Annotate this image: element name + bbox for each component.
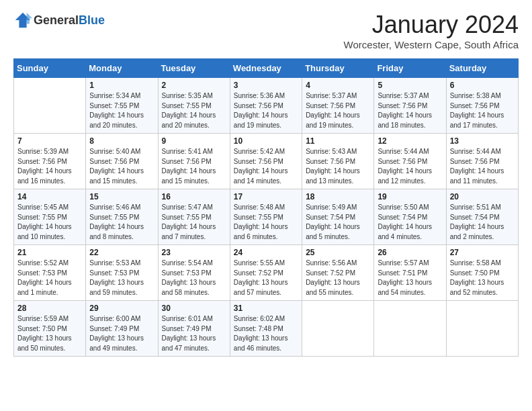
day-number: 10 — [234, 136, 298, 146]
weekday-header-sunday: Sunday — [14, 59, 86, 78]
day-number: 22 — [89, 248, 154, 257]
day-info: Sunrise: 5:34 AMSunset: 7:55 PMDaylight:… — [89, 92, 144, 129]
calendar-cell: 19 Sunrise: 5:50 AMSunset: 7:54 PMDaylig… — [374, 189, 446, 245]
calendar-cell: 18 Sunrise: 5:49 AMSunset: 7:54 PMDaylig… — [302, 189, 374, 245]
day-info: Sunrise: 5:53 AMSunset: 7:53 PMDaylight:… — [89, 259, 144, 296]
calendar-cell: 17 Sunrise: 5:48 AMSunset: 7:55 PMDaylig… — [230, 189, 302, 245]
calendar-cell: 16 Sunrise: 5:47 AMSunset: 7:55 PMDaylig… — [158, 189, 230, 245]
day-info: Sunrise: 5:36 AMSunset: 7:56 PMDaylight:… — [234, 92, 288, 129]
day-info: Sunrise: 5:44 AMSunset: 7:56 PMDaylight:… — [450, 148, 504, 185]
weekday-header-tuesday: Tuesday — [158, 59, 230, 78]
day-number: 20 — [450, 192, 515, 201]
day-info: Sunrise: 5:40 AMSunset: 7:56 PMDaylight:… — [89, 148, 144, 185]
day-info: Sunrise: 5:42 AMSunset: 7:56 PMDaylight:… — [234, 148, 288, 185]
calendar-cell: 13 Sunrise: 5:44 AMSunset: 7:56 PMDaylig… — [446, 134, 518, 189]
day-info: Sunrise: 5:58 AMSunset: 7:50 PMDaylight:… — [450, 259, 504, 296]
day-number: 18 — [306, 192, 370, 201]
calendar-cell: 20 Sunrise: 5:51 AMSunset: 7:54 PMDaylig… — [446, 189, 518, 245]
day-number: 27 — [450, 248, 515, 257]
calendar-header: SundayMondayTuesdayWednesdayThursdayFrid… — [14, 59, 519, 78]
day-number: 29 — [89, 304, 154, 313]
day-number: 9 — [162, 136, 226, 146]
calendar-cell: 24 Sunrise: 5:55 AMSunset: 7:52 PMDaylig… — [230, 245, 302, 301]
day-number: 13 — [450, 136, 515, 146]
calendar-body: 1 Sunrise: 5:34 AMSunset: 7:55 PMDayligh… — [14, 78, 519, 357]
calendar-cell — [302, 301, 374, 357]
calendar-cell: 10 Sunrise: 5:42 AMSunset: 7:56 PMDaylig… — [230, 134, 302, 189]
calendar-cell: 3 Sunrise: 5:36 AMSunset: 7:56 PMDayligh… — [230, 78, 302, 134]
weekday-header-row: SundayMondayTuesdayWednesdayThursdayFrid… — [14, 59, 519, 78]
day-info: Sunrise: 5:37 AMSunset: 7:56 PMDaylight:… — [306, 92, 360, 129]
day-info: Sunrise: 5:46 AMSunset: 7:55 PMDaylight:… — [89, 203, 144, 240]
logo-icon — [13, 11, 32, 30]
day-number: 14 — [17, 192, 82, 201]
weekday-header-thursday: Thursday — [302, 59, 374, 78]
calendar-cell: 28 Sunrise: 5:59 AMSunset: 7:50 PMDaylig… — [14, 301, 86, 357]
day-number: 21 — [17, 248, 82, 257]
logo-text-general: General — [34, 13, 79, 27]
calendar-cell: 2 Sunrise: 5:35 AMSunset: 7:55 PMDayligh… — [158, 78, 230, 134]
day-number: 31 — [234, 304, 298, 313]
day-info: Sunrise: 5:55 AMSunset: 7:52 PMDaylight:… — [234, 259, 288, 296]
day-number: 6 — [450, 81, 515, 90]
calendar-cell — [446, 301, 518, 357]
day-number: 30 — [162, 304, 226, 313]
day-number: 5 — [378, 81, 442, 90]
day-info: Sunrise: 5:45 AMSunset: 7:55 PMDaylight:… — [17, 203, 72, 240]
calendar-cell — [374, 301, 446, 357]
day-info: Sunrise: 5:37 AMSunset: 7:56 PMDaylight:… — [378, 92, 432, 129]
svg-marker-1 — [27, 13, 32, 24]
calendar-cell: 4 Sunrise: 5:37 AMSunset: 7:56 PMDayligh… — [302, 78, 374, 134]
calendar-cell: 27 Sunrise: 5:58 AMSunset: 7:50 PMDaylig… — [446, 245, 518, 301]
calendar-cell: 11 Sunrise: 5:43 AMSunset: 7:56 PMDaylig… — [302, 134, 374, 189]
day-number: 28 — [17, 304, 82, 313]
calendar-cell: 7 Sunrise: 5:39 AMSunset: 7:56 PMDayligh… — [14, 134, 86, 189]
day-info: Sunrise: 6:01 AMSunset: 7:49 PMDaylight:… — [162, 315, 216, 352]
calendar-cell: 8 Sunrise: 5:40 AMSunset: 7:56 PMDayligh… — [86, 134, 158, 189]
calendar-cell: 31 Sunrise: 6:02 AMSunset: 7:48 PMDaylig… — [230, 301, 302, 357]
calendar-cell: 6 Sunrise: 5:38 AMSunset: 7:56 PMDayligh… — [446, 78, 518, 134]
day-info: Sunrise: 5:35 AMSunset: 7:55 PMDaylight:… — [162, 92, 216, 129]
calendar-cell: 14 Sunrise: 5:45 AMSunset: 7:55 PMDaylig… — [14, 189, 86, 245]
day-info: Sunrise: 5:50 AMSunset: 7:54 PMDaylight:… — [378, 203, 432, 240]
weekday-header-monday: Monday — [86, 59, 158, 78]
location-title: Worcester, Western Cape, South Africa — [344, 39, 519, 50]
calendar-cell: 5 Sunrise: 5:37 AMSunset: 7:56 PMDayligh… — [374, 78, 446, 134]
day-number: 15 — [89, 192, 154, 201]
day-info: Sunrise: 5:47 AMSunset: 7:55 PMDaylight:… — [162, 203, 216, 240]
day-number: 23 — [162, 248, 226, 257]
day-number: 17 — [234, 192, 298, 201]
day-number: 25 — [306, 248, 370, 257]
weekday-header-friday: Friday — [374, 59, 446, 78]
weekday-header-saturday: Saturday — [446, 59, 518, 78]
logo-text-blue: Blue — [79, 13, 105, 27]
calendar-cell: 12 Sunrise: 5:44 AMSunset: 7:56 PMDaylig… — [374, 134, 446, 189]
day-info: Sunrise: 6:02 AMSunset: 7:48 PMDaylight:… — [234, 315, 288, 352]
day-info: Sunrise: 5:52 AMSunset: 7:53 PMDaylight:… — [17, 259, 72, 296]
day-info: Sunrise: 5:48 AMSunset: 7:55 PMDaylight:… — [234, 203, 288, 240]
logo: GeneralBlue — [13, 11, 105, 30]
calendar-cell: 26 Sunrise: 5:57 AMSunset: 7:51 PMDaylig… — [374, 245, 446, 301]
day-number: 11 — [306, 136, 370, 146]
day-info: Sunrise: 5:38 AMSunset: 7:56 PMDaylight:… — [450, 92, 504, 129]
day-number: 26 — [378, 248, 442, 257]
calendar-cell — [14, 78, 86, 134]
calendar-week-row: 7 Sunrise: 5:39 AMSunset: 7:56 PMDayligh… — [14, 134, 519, 189]
calendar-week-row: 1 Sunrise: 5:34 AMSunset: 7:55 PMDayligh… — [14, 78, 519, 134]
day-info: Sunrise: 5:59 AMSunset: 7:50 PMDaylight:… — [17, 315, 72, 352]
day-number: 19 — [378, 192, 442, 201]
page-header: GeneralBlue January 2024 Worcester, West… — [13, 11, 519, 50]
day-info: Sunrise: 5:56 AMSunset: 7:52 PMDaylight:… — [306, 259, 360, 296]
calendar-week-row: 28 Sunrise: 5:59 AMSunset: 7:50 PMDaylig… — [14, 301, 519, 357]
day-info: Sunrise: 5:44 AMSunset: 7:56 PMDaylight:… — [378, 148, 432, 185]
day-number: 7 — [17, 136, 82, 146]
day-info: Sunrise: 5:54 AMSunset: 7:53 PMDaylight:… — [162, 259, 216, 296]
day-info: Sunrise: 5:57 AMSunset: 7:51 PMDaylight:… — [378, 259, 432, 296]
title-block: January 2024 Worcester, Western Cape, So… — [344, 11, 519, 50]
calendar-cell: 29 Sunrise: 6:00 AMSunset: 7:49 PMDaylig… — [86, 301, 158, 357]
calendar-cell: 30 Sunrise: 6:01 AMSunset: 7:49 PMDaylig… — [158, 301, 230, 357]
calendar-cell: 9 Sunrise: 5:41 AMSunset: 7:56 PMDayligh… — [158, 134, 230, 189]
day-info: Sunrise: 5:39 AMSunset: 7:56 PMDaylight:… — [17, 148, 72, 185]
calendar-cell: 15 Sunrise: 5:46 AMSunset: 7:55 PMDaylig… — [86, 189, 158, 245]
day-info: Sunrise: 5:51 AMSunset: 7:54 PMDaylight:… — [450, 203, 504, 240]
